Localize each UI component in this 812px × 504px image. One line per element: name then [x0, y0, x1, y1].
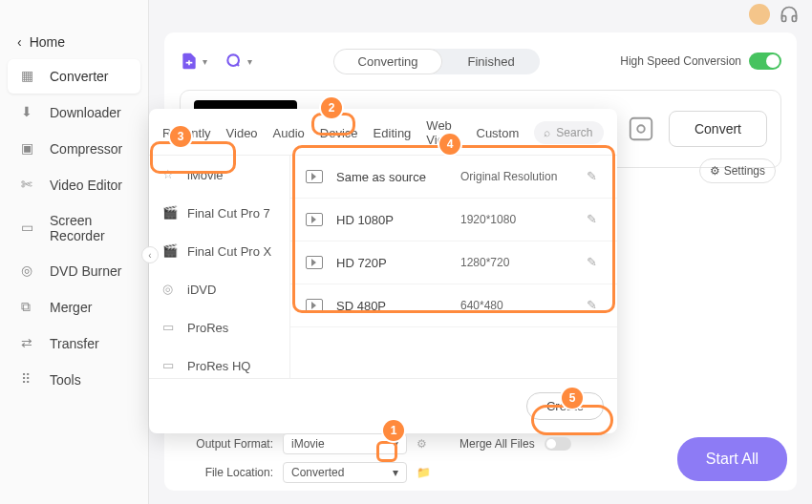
- step-badge-5: 5: [562, 388, 583, 409]
- search-placeholder: Search: [556, 126, 592, 139]
- preset-label: HD 1080P: [336, 213, 460, 227]
- preset-label: HD 720P: [336, 256, 460, 270]
- sidebar-item-label: Downloader: [50, 105, 121, 120]
- merge-icon: ⧉: [21, 299, 38, 316]
- step-badge-2: 2: [321, 97, 342, 118]
- monitor-icon: ▭: [21, 220, 38, 237]
- tab-video[interactable]: Video: [226, 126, 258, 140]
- format-final-cut-pro-7[interactable]: 🎬Final Cut Pro 7: [149, 194, 289, 232]
- tab-audio[interactable]: Audio: [273, 126, 305, 140]
- prores-icon: ▭: [162, 320, 178, 335]
- file-location-select[interactable]: Converted▾: [283, 462, 407, 483]
- sidebar-collapse-handle[interactable]: ‹: [141, 246, 159, 263]
- tab-device[interactable]: Device: [320, 126, 358, 140]
- preset-same-as-source[interactable]: Same as sourceOriginal Resolution✎: [290, 156, 617, 199]
- edit-icon[interactable]: ✎: [587, 212, 602, 227]
- format-modal: Recently Video Audio Device Editing Web …: [149, 109, 617, 433]
- compressor-icon: ▣: [21, 140, 38, 158]
- topbar: [149, 0, 812, 29]
- play-box-icon: [306, 256, 323, 269]
- panel-toolbar: ▾ ▾ Converting Finished High Speed Conve…: [180, 44, 781, 78]
- high-speed-wrap: High Speed Conversion: [620, 52, 781, 70]
- output-format-value: iMovie: [291, 437, 325, 451]
- tab-converting[interactable]: Converting: [333, 49, 443, 74]
- output-settings-icon[interactable]: ⚙: [417, 437, 427, 451]
- converter-icon: ▦: [21, 68, 38, 85]
- preset-hd-720p[interactable]: HD 720P1280*720✎: [290, 242, 617, 284]
- format-list: ☆iMovie 🎬Final Cut Pro 7 🎬Final Cut Pro …: [149, 156, 290, 378]
- grid-icon: ⠿: [21, 371, 38, 388]
- settings-label: Settings: [724, 164, 765, 178]
- sidebar-item-compressor[interactable]: ▣Compressor: [8, 132, 140, 166]
- sidebar-item-merger[interactable]: ⧉Merger: [8, 290, 140, 325]
- home-link[interactable]: ‹ Home: [0, 27, 148, 57]
- format-label: Final Cut Pro 7: [187, 206, 270, 220]
- support-icon[interactable]: [780, 5, 799, 24]
- edit-icon[interactable]: ✎: [587, 169, 602, 184]
- sidebar-item-video-editor[interactable]: ✄Video Editor: [8, 168, 140, 202]
- sidebar-item-label: Video Editor: [50, 178, 122, 193]
- avatar[interactable]: [749, 4, 770, 25]
- format-idvd[interactable]: ◎iDVD: [149, 270, 289, 308]
- search-icon: ⌕: [544, 126, 550, 139]
- add-url-button[interactable]: ▾: [224, 52, 252, 71]
- sidebar-item-label: Converter: [50, 69, 108, 84]
- format-prores-hq[interactable]: ▭ProRes HQ: [149, 346, 289, 378]
- sidebar-item-label: Tools: [50, 372, 81, 388]
- sidebar: ‹ Home ▦Converter ⬇Downloader ▣Compresso…: [0, 0, 149, 504]
- edit-icon[interactable]: ✎: [587, 255, 602, 270]
- convert-button[interactable]: Convert: [669, 111, 767, 147]
- format-label: iDVD: [187, 283, 216, 297]
- merge-label: Merge All Files: [459, 437, 535, 451]
- preset-resolution: 1280*720: [460, 256, 587, 269]
- tab-editing[interactable]: Editing: [374, 126, 412, 140]
- folder-icon[interactable]: 📁: [417, 466, 431, 479]
- add-file-button[interactable]: ▾: [180, 52, 207, 71]
- search-input[interactable]: ⌕ Search: [534, 121, 604, 144]
- settings-pill[interactable]: ⚙ Settings: [699, 158, 776, 183]
- add-file-icon: [180, 52, 199, 71]
- sidebar-item-screen-recorder[interactable]: ▭Screen Recorder: [8, 204, 140, 252]
- chevron-left-icon: ‹: [17, 34, 22, 50]
- sidebar-item-label: DVD Burner: [50, 263, 121, 279]
- sidebar-item-downloader[interactable]: ⬇Downloader: [8, 95, 140, 130]
- merge-toggle[interactable]: [545, 437, 571, 451]
- play-box-icon: [306, 170, 323, 183]
- start-all-button[interactable]: Start All: [677, 437, 787, 481]
- sidebar-item-transfer[interactable]: ⇄Transfer: [8, 326, 140, 361]
- modal-footer: Create: [149, 378, 617, 433]
- format-label: Final Cut Pro X: [187, 244, 271, 259]
- format-imovie[interactable]: ☆iMovie: [149, 156, 289, 194]
- film-icon: 🎬: [162, 243, 178, 259]
- disc-icon: ◎: [21, 262, 38, 280]
- sidebar-item-dvd-burner[interactable]: ◎DVD Burner: [8, 254, 140, 288]
- high-speed-toggle[interactable]: [749, 52, 781, 70]
- sidebar-item-label: Merger: [50, 300, 92, 315]
- preset-sd-480p[interactable]: SD 480P640*480✎: [290, 284, 617, 327]
- modal-body: ☆iMovie 🎬Final Cut Pro 7 🎬Final Cut Pro …: [149, 156, 617, 378]
- preset-resolution: Original Resolution: [460, 170, 587, 183]
- preset-label: Same as source: [336, 170, 460, 184]
- tab-finished[interactable]: Finished: [442, 49, 539, 74]
- svg-point-0: [227, 54, 239, 66]
- step-badge-1: 1: [383, 420, 404, 441]
- format-label: iMovie: [187, 168, 224, 182]
- status-segment: Converting Finished: [333, 49, 540, 74]
- format-final-cut-pro-x[interactable]: 🎬Final Cut Pro X: [149, 232, 289, 270]
- edit-icon[interactable]: ✎: [587, 298, 602, 313]
- chevron-down-icon: ▾: [393, 466, 398, 479]
- preset-label: SD 480P: [336, 299, 460, 313]
- play-box-icon: [306, 299, 323, 312]
- preset-list: Same as sourceOriginal Resolution✎ HD 10…: [290, 156, 617, 378]
- play-box-icon: [306, 213, 323, 226]
- sidebar-item-label: Transfer: [50, 336, 99, 351]
- format-prores[interactable]: ▭ProRes: [149, 308, 289, 346]
- preset-hd-1080p[interactable]: HD 1080P1920*1080✎: [290, 199, 617, 242]
- sidebar-item-converter[interactable]: ▦Converter: [8, 59, 140, 94]
- sidebar-item-label: Compressor: [50, 141, 122, 157]
- file-settings-icon[interactable]: [627, 115, 655, 143]
- star-icon: ☆: [162, 167, 178, 182]
- tab-custom[interactable]: Custom: [477, 126, 520, 140]
- step-badge-4: 4: [439, 134, 460, 155]
- sidebar-item-tools[interactable]: ⠿Tools: [8, 363, 140, 397]
